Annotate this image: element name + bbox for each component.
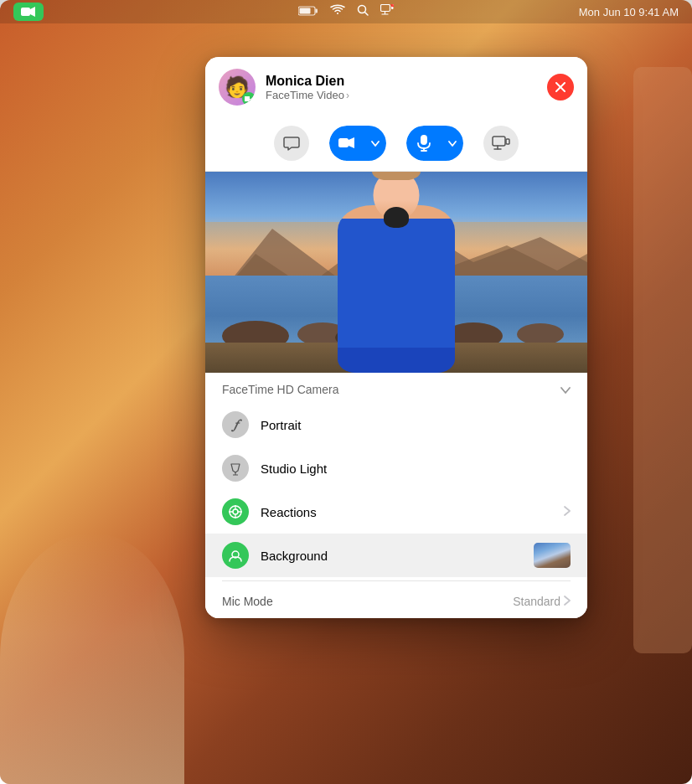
contact-name: Monica Dien [266, 73, 537, 89]
background-thumbnail-image [534, 543, 571, 568]
background-thumbnail [534, 543, 571, 568]
menubar: ! Mon Jun 10 9:41 AM [0, 0, 692, 23]
mic-mode-chevron-icon [564, 595, 571, 608]
mic-button-group[interactable] [406, 126, 463, 161]
video-area [205, 172, 587, 373]
mic-toggle-button[interactable] [406, 126, 442, 161]
screen-icon-menubar[interactable]: ! [380, 4, 394, 19]
video-scene [205, 172, 587, 373]
reactions-chevron-icon [564, 506, 571, 518]
svg-point-28 [222, 321, 289, 344]
lamp-area [0, 533, 184, 784]
dropdown-menu: FaceTime HD Camera 𝑓 Portrait [205, 373, 587, 618]
svg-rect-17 [338, 138, 349, 147]
panel-header: 🧑 Monica Dien FaceTime Video › [205, 57, 587, 117]
svg-rect-19 [421, 135, 427, 145]
camera-label: FaceTime HD Camera [222, 383, 339, 396]
wifi-icon [330, 4, 345, 19]
svg-text:!: ! [392, 4, 393, 7]
menu-item-background[interactable]: Background [205, 534, 587, 577]
mic-mode-row[interactable]: Mic Mode Standard [205, 585, 587, 618]
avatar: 🧑 [219, 69, 256, 106]
camera-chevron-icon [560, 384, 571, 396]
menu-item-portrait[interactable]: 𝑓 Portrait [205, 403, 587, 446]
menu-item-reactions[interactable]: Reactions [205, 490, 587, 534]
chat-button[interactable] [274, 126, 309, 161]
mic-mode-standard: Standard [513, 595, 560, 608]
svg-point-31 [517, 323, 564, 344]
person-video [329, 197, 463, 373]
portrait-icon: 𝑓 [222, 411, 249, 438]
battery-icon [298, 6, 318, 18]
menubar-right: Mon Jun 10 9:41 AM [579, 6, 679, 18]
facetime-menu-icon[interactable] [13, 3, 44, 21]
mic-mode-value: Standard [513, 595, 571, 608]
controls-bar [205, 117, 587, 172]
background-icon [222, 542, 249, 569]
studio-light-label: Studio Light [261, 462, 571, 476]
facetime-panel: 🧑 Monica Dien FaceTime Video › [205, 57, 587, 618]
person-body [338, 205, 455, 373]
video-button-group[interactable] [329, 126, 386, 161]
background-label: Background [261, 549, 522, 563]
svg-marker-18 [349, 137, 354, 148]
reactions-label: Reactions [261, 505, 552, 519]
search-icon-menubar[interactable] [357, 4, 369, 19]
person-hair [372, 172, 421, 180]
svg-marker-2 [30, 7, 35, 17]
mic-dropdown-button[interactable] [442, 126, 463, 161]
screen-share-button[interactable] [483, 126, 519, 161]
person-scarf [384, 207, 409, 228]
camera-header[interactable]: FaceTime HD Camera [205, 373, 587, 403]
svg-rect-22 [493, 137, 505, 146]
subtitle-chevron: › [346, 90, 349, 101]
menubar-left [13, 3, 44, 21]
contact-subtitle: FaceTime Video › [266, 89, 537, 101]
close-button[interactable] [547, 74, 574, 101]
svg-rect-4 [316, 8, 318, 13]
svg-rect-0 [633, 67, 692, 653]
menubar-datetime: Mon Jun 10 9:41 AM [579, 6, 679, 18]
svg-rect-8 [381, 5, 390, 12]
video-dropdown-button[interactable] [364, 126, 386, 161]
menubar-center: ! [298, 4, 394, 19]
svg-point-36 [233, 509, 238, 514]
svg-line-7 [365, 13, 369, 16]
video-toggle-button[interactable] [329, 126, 364, 161]
portrait-label: Portrait [261, 418, 571, 432]
menu-item-studio-light[interactable]: Studio Light [205, 446, 587, 490]
studio-light-icon [222, 455, 249, 482]
svg-rect-5 [300, 8, 311, 13]
svg-rect-1 [21, 8, 30, 16]
contact-info: Monica Dien FaceTime Video › [266, 73, 537, 101]
facetime-badge [242, 92, 256, 106]
reactions-icon [222, 498, 249, 525]
mic-mode-label: Mic Mode [222, 595, 273, 608]
divider [222, 580, 571, 581]
svg-rect-23 [506, 139, 509, 144]
svg-marker-14 [245, 96, 253, 101]
